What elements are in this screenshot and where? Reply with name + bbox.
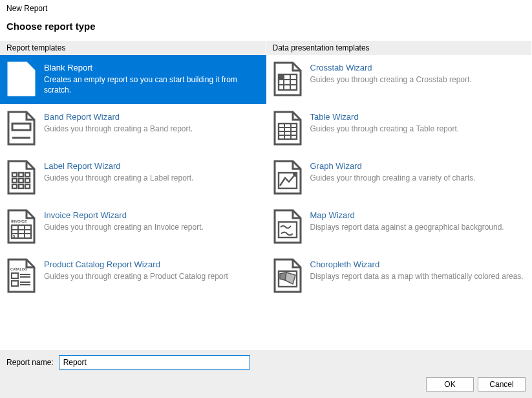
template-blank-report[interactable]: Blank Report Creates an empty report so … xyxy=(0,55,266,104)
template-title: Product Catalog Report Wizard xyxy=(44,260,259,269)
report-templates-header: Report templates xyxy=(0,41,266,55)
report-templates-list: Blank Report Creates an empty report so … xyxy=(0,55,266,301)
template-map[interactable]: Map Wizard Displays report data against … xyxy=(266,203,533,252)
template-invoice-report[interactable]: INVOICE $ Invoice Report Wizard Guides y… xyxy=(0,203,266,252)
data-presentation-list: Crosstab Wizard Guides you through creat… xyxy=(266,55,533,301)
template-title: Graph Wizard xyxy=(310,161,525,171)
template-title: Label Report Wizard xyxy=(44,161,259,171)
data-presentation-header: Data presentation templates xyxy=(266,41,533,55)
cancel-button[interactable]: Cancel xyxy=(478,377,526,392)
template-graph[interactable]: Graph Wizard Guides your through creatin… xyxy=(266,153,533,203)
map-icon xyxy=(273,209,303,245)
svg-text:INVOICE: INVOICE xyxy=(11,219,27,223)
template-desc: Guides you through creating a Product Ca… xyxy=(44,271,259,282)
template-desc: Displays report data against a geographi… xyxy=(310,222,525,232)
template-desc: Guides you through creating a Table repo… xyxy=(310,124,525,134)
invoice-report-icon: INVOICE $ xyxy=(6,209,36,245)
page-title: Choose report type xyxy=(0,16,532,41)
template-label-report[interactable]: Label Report Wizard Guides you through c… xyxy=(0,153,266,203)
window-title: New Report xyxy=(0,0,532,16)
ok-button[interactable]: OK xyxy=(426,377,474,392)
template-desc: Guides your through creating a variety o… xyxy=(310,173,525,183)
svg-text:CATALOG: CATALOG xyxy=(10,267,27,271)
template-desc: Guides you through creating a Crosstab r… xyxy=(310,74,525,85)
report-name-label: Report name: xyxy=(6,358,54,367)
blank-report-icon xyxy=(6,61,36,98)
template-catalog-report[interactable]: CATALOG Product Catalog Report Wizard Gu… xyxy=(0,252,266,301)
band-report-icon xyxy=(6,111,36,147)
template-table[interactable]: Table Wizard Guides you through creating… xyxy=(266,104,533,153)
catalog-report-icon: CATALOG xyxy=(6,258,36,294)
template-title: Band Report Wizard xyxy=(44,112,259,122)
template-desc: Creates an empty report so you can start… xyxy=(44,74,259,95)
template-choropleth[interactable]: Choropleth Wizard Displays report data a… xyxy=(266,252,533,301)
label-report-icon xyxy=(6,160,36,196)
template-title: Invoice Report Wizard xyxy=(44,210,259,220)
template-title: Choropleth Wizard xyxy=(310,260,525,269)
report-templates-column: Report templates Blank Report Creates an… xyxy=(0,41,266,301)
footer-panel: Report name: OK Cancel xyxy=(0,350,532,398)
template-desc: Guides you through creating a Label repo… xyxy=(44,173,259,183)
crosstab-icon xyxy=(273,61,303,98)
report-name-input[interactable] xyxy=(59,355,250,370)
template-crosstab[interactable]: Crosstab Wizard Guides you through creat… xyxy=(266,55,533,104)
template-desc: Displays report data as a map with thema… xyxy=(310,271,525,282)
data-presentation-column: Data presentation templates xyxy=(266,41,533,301)
choropleth-icon xyxy=(273,258,303,294)
graph-icon xyxy=(273,160,303,196)
template-desc: Guides you through creating an Invoice r… xyxy=(44,222,259,232)
template-title: Blank Report xyxy=(44,63,259,72)
template-title: Crosstab Wizard xyxy=(310,63,525,72)
template-band-report[interactable]: Band Report Wizard Guides you through cr… xyxy=(0,104,266,153)
template-columns: Report templates Blank Report Creates an… xyxy=(0,41,532,301)
table-icon xyxy=(273,111,303,147)
template-title: Map Wizard xyxy=(310,210,525,220)
svg-marker-0 xyxy=(8,63,34,95)
template-desc: Guides you through creating a Band repor… xyxy=(44,124,259,134)
svg-rect-36 xyxy=(279,74,284,80)
template-title: Table Wizard xyxy=(310,112,525,122)
